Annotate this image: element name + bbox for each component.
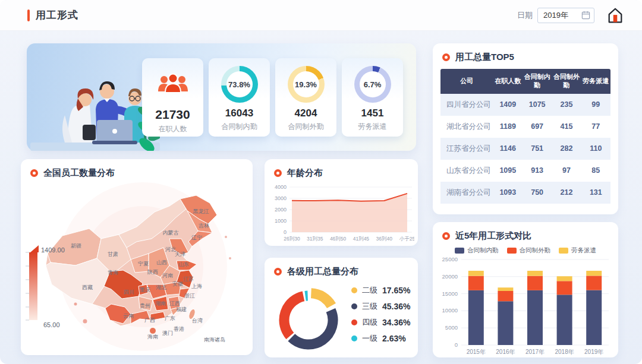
svg-text:2016年: 2016年 — [496, 349, 515, 355]
map-title: 全国员工数量分布 — [43, 167, 115, 179]
table-row[interactable]: 四川省分公司1409107523599 — [440, 94, 610, 116]
bar-legend-item-劳务派遣[interactable]: 劳务派遣 — [559, 246, 596, 255]
gauge-percent: 19.3% — [293, 71, 319, 97]
province-label-青海: 青海 — [108, 270, 118, 276]
legend-item-二级[interactable]: 二级17.65% — [351, 285, 410, 296]
province-label-山西: 山西 — [156, 259, 167, 265]
province-label-内蒙古: 内蒙古 — [163, 230, 179, 236]
team-illustration — [30, 49, 160, 151]
calendar-icon — [581, 11, 590, 20]
bar-segment[interactable] — [468, 276, 484, 290]
card-labor-dispatch[interactable]: 6.7% 1451 劳务派遣 — [342, 58, 403, 137]
donut-segment-二级[interactable] — [311, 293, 331, 306]
province-label-新疆: 新疆 — [71, 243, 81, 249]
company-cell: 江苏省分公司 — [440, 138, 493, 160]
province-label-香港: 香港 — [174, 326, 184, 332]
level-legend: 二级17.65%三级45.36%四级34.36%一级2.63% — [351, 285, 410, 344]
home-button[interactable] — [605, 5, 625, 26]
stat-value: 4204 — [295, 107, 317, 119]
bar-segment[interactable] — [527, 276, 543, 290]
value-cell: 99 — [581, 94, 610, 116]
svg-text:26到30: 26到30 — [284, 236, 300, 242]
bar-segment[interactable] — [557, 295, 572, 345]
level-donut-chart[interactable] — [272, 283, 345, 356]
value-cell: 110 — [581, 138, 610, 160]
province-label-陕西: 陕西 — [147, 269, 158, 275]
bar-segment[interactable] — [557, 281, 572, 295]
bar-segment[interactable] — [557, 276, 572, 281]
legend-item-三级[interactable]: 三级45.36% — [351, 301, 410, 312]
svg-text:小于25: 小于25 — [399, 236, 414, 242]
header: 用工形式 日期 2019年 — [0, 0, 642, 31]
bar-segment[interactable] — [468, 290, 484, 345]
value-cell: 1095 — [493, 160, 523, 182]
value-cell: 1146 — [493, 138, 523, 160]
stat-label: 劳务派遣 — [358, 122, 387, 132]
stat-label: 合同制内勤 — [222, 122, 257, 132]
column-header: 合同制内勤 — [523, 69, 552, 94]
value-cell: 1093 — [493, 182, 523, 204]
column-header: 在职人数 — [493, 69, 523, 94]
home-icon — [606, 7, 624, 24]
bar-segment[interactable] — [498, 287, 513, 291]
bar-legend-item-合同制内勤[interactable]: 合同制内勤 — [455, 246, 499, 255]
province-label-云南: 云南 — [123, 313, 134, 319]
svg-text:1409.00: 1409.00 — [41, 246, 65, 254]
table-row[interactable]: 湖南省分公司1093750212131 — [440, 182, 610, 204]
gauge-ring: 19.3% — [288, 66, 325, 103]
svg-text:2018年: 2018年 — [555, 349, 574, 355]
bar-chart-title: 近5年用工形式对比 — [455, 230, 531, 242]
value-cell: 1409 — [493, 94, 523, 116]
svg-text:2000: 2000 — [275, 207, 287, 213]
hero-panel: 21730 在职人数 73.8% 16043 合同制内勤 19.3% — [27, 43, 416, 151]
bar-segment[interactable] — [527, 271, 543, 276]
table-row[interactable]: 湖北省分公司118969741577 — [440, 116, 610, 138]
section-bullet-icon — [274, 169, 282, 177]
china-map[interactable]: 1409.00 65.00 新疆甘肃青海西藏内蒙古黑龙江吉林辽宁天津河北山西宁夏… — [21, 182, 253, 356]
column-header: 劳务派遣 — [581, 69, 610, 94]
dashboard: 用工形式 日期 2019年 — [0, 0, 642, 364]
table-row[interactable]: 江苏省分公司1146751282110 — [440, 138, 610, 160]
value-cell: 131 — [581, 182, 610, 204]
card-contract-internal[interactable]: 73.8% 16043 合同制内勤 — [209, 58, 270, 137]
legend-item-四级[interactable]: 四级34.36% — [351, 317, 410, 328]
section-bullet-icon — [442, 232, 450, 240]
bar-segment[interactable] — [586, 271, 602, 276]
top5-table: 公司在职人数合同制内勤合同制外勤劳务派遣 四川省分公司1409107523599… — [440, 69, 610, 204]
svg-text:1000: 1000 — [275, 218, 287, 224]
value-cell: 77 — [581, 116, 610, 138]
value-cell: 282 — [552, 138, 581, 160]
section-bullet-icon — [30, 169, 38, 177]
bar-segment[interactable] — [498, 291, 513, 301]
svg-text:15000: 15000 — [442, 290, 458, 297]
bar-segment[interactable] — [498, 301, 513, 345]
legend-item-一级[interactable]: 一级2.63% — [351, 333, 410, 344]
province-label-甘肃: 甘肃 — [108, 251, 118, 257]
bar-segment[interactable] — [468, 271, 484, 276]
donut-segment-四级[interactable] — [284, 296, 303, 336]
bar-legend-item-合同制外勤[interactable]: 合同制外勤 — [507, 246, 551, 255]
value-cell: 415 — [552, 116, 581, 138]
province-label-吉林: 吉林 — [199, 223, 209, 229]
page-title-wrap: 用工形式 — [27, 8, 78, 22]
date-input[interactable]: 2019年 — [537, 8, 594, 23]
bar-segment[interactable] — [586, 290, 602, 345]
province-label-黑龙江: 黑龙江 — [193, 208, 209, 214]
province-label-上海: 上海 — [191, 283, 202, 289]
date-value: 2019年 — [543, 10, 568, 21]
card-contract-external[interactable]: 19.3% 4204 合同制外勤 — [275, 58, 336, 137]
page-title: 用工形式 — [36, 8, 78, 22]
bar-segment[interactable] — [586, 276, 602, 290]
bar-segment[interactable] — [527, 290, 543, 345]
age-line-chart[interactable]: 4000300020001000026到3031到3546到5041到4536到… — [269, 183, 414, 246]
title-accent-bar — [27, 10, 30, 21]
table-row[interactable]: 山东省分公司10959139785 — [440, 160, 610, 182]
gauge-percent: 73.8% — [226, 71, 253, 97]
donut-segment-三级[interactable] — [291, 310, 333, 344]
legend-dot — [351, 319, 357, 325]
stat-label: 在职人数 — [159, 124, 187, 134]
card-on-duty[interactable]: 21730 在职人数 — [142, 58, 203, 137]
province-label-江苏: 江苏 — [183, 276, 194, 282]
province-label-重庆: 重庆 — [140, 287, 150, 293]
stacked-bar-chart[interactable]: 05000100001500020000250002015年2016年2017年… — [435, 255, 615, 359]
